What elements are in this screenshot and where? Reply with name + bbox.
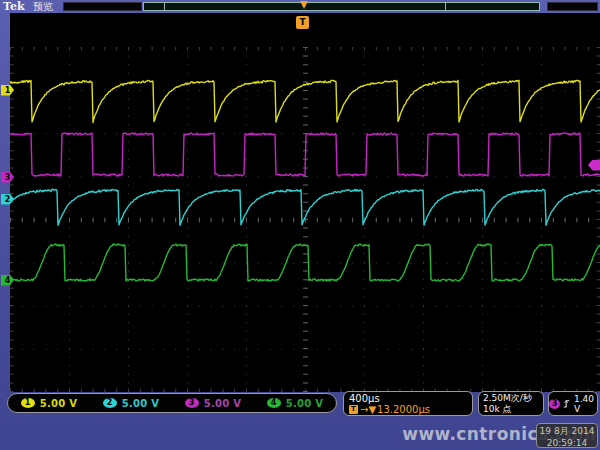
- graticule-and-waveforms: [10, 47, 600, 392]
- top-left-box: [63, 2, 142, 11]
- trigger-level: 1.40 V: [574, 394, 597, 414]
- time-text: 20:59:14: [537, 437, 597, 449]
- preview-mode-label: 预览: [33, 0, 53, 13]
- record-length: 10k 点: [483, 404, 539, 415]
- channel-3-readout: 35.00 V: [172, 398, 254, 409]
- readout-bar: 15.00 V25.00 V35.00 V45.00 V 400μs T →▼ …: [0, 391, 600, 417]
- tek-logo: Tek: [3, 0, 25, 13]
- top-bar: Tek 预览: [0, 0, 600, 13]
- sample-rate: 2.50M次/秒: [483, 393, 539, 404]
- channel-1-readout: 15.00 V: [8, 398, 90, 409]
- channel-4-badge: 4: [267, 398, 281, 408]
- trigger-slope-icon: [563, 397, 571, 410]
- trigger-flag: T: [296, 16, 309, 29]
- channel-1-scale: 5.00 V: [40, 398, 78, 409]
- channel-4-scale: 5.00 V: [286, 398, 324, 409]
- top-right-box: [547, 2, 598, 11]
- trigger-readout-box: 3 1.40 V: [548, 391, 598, 416]
- horizontal-readout-box: 400μs T →▼ 13.2000μs: [343, 391, 473, 416]
- record-view-bar: [143, 2, 540, 11]
- record-window-bracket-right: [445, 3, 446, 10]
- trigger-position-marker: [300, 1, 308, 9]
- channel-2-readout: 25.00 V: [90, 398, 172, 409]
- channel-3-badge: 3: [185, 398, 199, 408]
- acquisition-readout-box: 2.50M次/秒 10k 点: [478, 391, 544, 416]
- delay-arrow-icon: →▼: [360, 404, 376, 415]
- trigger-channel-badge: 3: [549, 399, 560, 409]
- ch3-waveform: [10, 133, 600, 176]
- trigger-t-icon: T: [349, 405, 358, 414]
- record-window-bracket-left: [164, 3, 165, 10]
- delay-value: 13.2000μs: [377, 404, 430, 415]
- time-per-div: 400μs: [349, 393, 467, 404]
- delay-readout: T →▼ 13.2000μs: [349, 404, 467, 415]
- date-text: 19 8月 2014: [537, 425, 597, 437]
- channel-scale-readout-box: 15.00 V25.00 V35.00 V45.00 V: [7, 393, 337, 413]
- channel-2-badge: 2: [103, 398, 117, 408]
- datetime-box: 19 8月 2014 20:59:14: [536, 423, 598, 448]
- channel-3-scale: 5.00 V: [204, 398, 242, 409]
- channel-4-readout: 45.00 V: [254, 398, 336, 409]
- waveform-display: [10, 13, 600, 392]
- channel-1-badge: 1: [21, 398, 35, 408]
- channel-2-scale: 5.00 V: [122, 398, 160, 409]
